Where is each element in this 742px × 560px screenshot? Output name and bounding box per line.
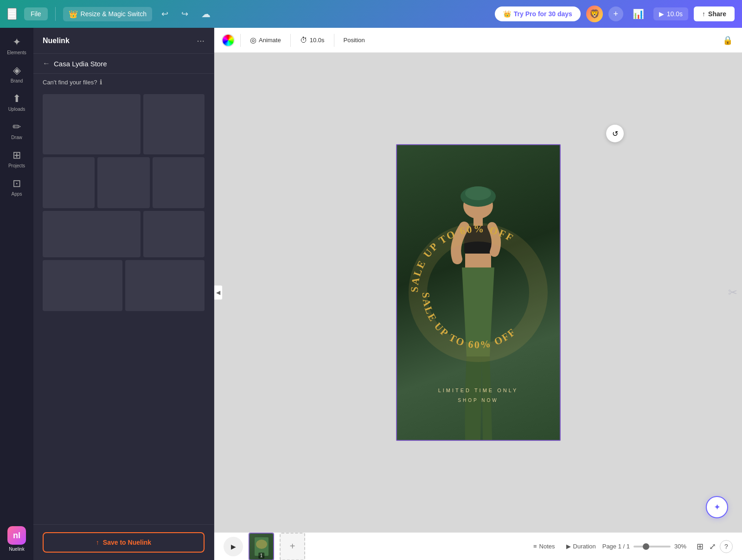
grid-cell[interactable] bbox=[153, 157, 205, 208]
lock-button[interactable]: 🔒 bbox=[721, 33, 735, 47]
save-label: Save to Nuelink bbox=[103, 539, 151, 546]
magic-switch-button[interactable]: 👑 Resize & Magic Switch bbox=[63, 7, 152, 21]
panel-back-row: ← Casa Lydia Store bbox=[33, 54, 214, 74]
duration-tool-label: Duration bbox=[573, 543, 596, 550]
uploads-label: Uploads bbox=[8, 107, 26, 112]
file-button[interactable]: File bbox=[24, 7, 48, 20]
hide-panel-button[interactable]: ◀ bbox=[214, 285, 223, 300]
store-name: Casa Lydia Store bbox=[54, 60, 107, 68]
grid-row-1 bbox=[43, 94, 205, 154]
save-icon: ↑ bbox=[96, 539, 99, 546]
thumbnail-strip: ▶ 1 + bbox=[224, 533, 521, 560]
grid-cell[interactable] bbox=[43, 211, 141, 257]
save-to-nuelink-button[interactable]: ↑ Save to Nuelink bbox=[43, 532, 205, 553]
redo-button[interactable]: ↪ bbox=[178, 7, 192, 21]
grid-cell[interactable] bbox=[97, 157, 149, 208]
try-pro-label: Try Pro for 30 days bbox=[514, 10, 572, 18]
sidebar-item-brand[interactable]: ◈ Brand bbox=[0, 60, 33, 88]
grid-view-button[interactable]: ⊞ bbox=[695, 540, 705, 554]
toolbar-separator bbox=[290, 34, 291, 47]
page-info: Page 1 / 1 30% bbox=[602, 543, 693, 550]
draw-icon: ✏ bbox=[13, 121, 21, 133]
shop-now-text: SHOP NOW bbox=[397, 398, 560, 403]
back-button[interactable]: ← bbox=[43, 59, 50, 68]
info-icon[interactable]: ℹ bbox=[100, 78, 102, 86]
sidebar-item-nuelink[interactable]: nl Nuelink bbox=[0, 522, 33, 556]
top-navbar: ☰ File 👑 Resize & Magic Switch ↩ ↪ ☁ 👑 T… bbox=[0, 0, 742, 28]
play-timer-button[interactable]: ▶ 10.0s bbox=[653, 7, 688, 20]
notes-label: Notes bbox=[539, 543, 555, 550]
undo-button[interactable]: ↩ bbox=[158, 7, 172, 21]
canvas-toolbar: ◎ Animate ⏱ 10.0s Position 🔒 bbox=[214, 28, 742, 53]
analytics-button[interactable]: 📊 bbox=[629, 6, 648, 21]
image-grid bbox=[33, 90, 214, 524]
duration-button[interactable]: ⏱ 10.0s bbox=[296, 34, 328, 47]
sidebar-item-elements[interactable]: ✦ Elements bbox=[0, 32, 33, 60]
grid-cell[interactable] bbox=[43, 157, 95, 208]
cloud-save-button[interactable]: ☁ bbox=[198, 6, 214, 21]
avatar[interactable]: 🦁 bbox=[586, 6, 603, 22]
canvas-area: ◎ Animate ⏱ 10.0s Position 🔒 ◀ bbox=[214, 28, 742, 560]
sidebar-item-projects[interactable]: ⊞ Projects bbox=[0, 145, 33, 173]
menu-icon[interactable]: ☰ bbox=[7, 8, 17, 20]
try-pro-crown-icon: 👑 bbox=[503, 10, 511, 18]
page-thumbnail-1[interactable]: 1 bbox=[249, 533, 274, 560]
animate-button[interactable]: ◎ Animate bbox=[246, 33, 285, 47]
notes-button[interactable]: ≡ Notes bbox=[529, 541, 560, 552]
elements-icon: ✦ bbox=[13, 36, 21, 48]
animate-label: Animate bbox=[259, 37, 281, 44]
duration-label: 10.0s bbox=[310, 37, 325, 44]
panel-header: Nuelink ··· bbox=[33, 28, 214, 54]
sidebar-item-apps[interactable]: ⊡ Apps bbox=[0, 173, 33, 201]
grid-cell[interactable] bbox=[143, 211, 205, 257]
expand-button[interactable]: ⤢ bbox=[707, 540, 718, 554]
grid-cell[interactable] bbox=[125, 260, 205, 311]
timer-label: 10.0s bbox=[667, 10, 683, 18]
sidebar-item-uploads[interactable]: ⬆ Uploads bbox=[0, 88, 33, 116]
projects-label: Projects bbox=[8, 163, 25, 168]
svg-point-2 bbox=[465, 186, 491, 200]
cant-find-row: Can't find your files? ℹ bbox=[33, 74, 214, 90]
duration-tool-button[interactable]: ▶ Duration bbox=[562, 541, 601, 552]
apps-icon: ⊡ bbox=[13, 178, 21, 190]
magic-wand-button[interactable]: ✦ bbox=[706, 496, 728, 518]
panel-more-button[interactable]: ··· bbox=[197, 35, 205, 46]
panel-title: Nuelink bbox=[43, 37, 70, 45]
share-button[interactable]: ↑ Share bbox=[694, 6, 735, 21]
elements-label: Elements bbox=[7, 50, 26, 55]
refresh-button[interactable]: ↺ bbox=[606, 125, 624, 142]
position-button[interactable]: Position bbox=[340, 34, 369, 46]
grid-row-2 bbox=[43, 157, 205, 208]
grid-cell[interactable] bbox=[43, 260, 122, 311]
grid-row-3 bbox=[43, 211, 205, 257]
sidebar: ✦ Elements ◈ Brand ⬆ Uploads ✏ Draw ⊞ Pr… bbox=[0, 28, 33, 560]
design-canvas[interactable]: SALE UP TO 60% OFF SALE UP TO 60% OFF LI… bbox=[396, 144, 561, 441]
clock-icon: ⏱ bbox=[300, 36, 307, 45]
draw-label: Draw bbox=[11, 135, 22, 140]
bottom-tools: ≡ Notes ▶ Duration Page 1 / 1 30% ⊞ ⤢ ? bbox=[529, 540, 733, 554]
brand-label: Brand bbox=[11, 78, 23, 83]
animate-icon: ◎ bbox=[250, 36, 256, 45]
color-picker[interactable] bbox=[222, 34, 235, 47]
play-button[interactable]: ▶ bbox=[224, 537, 243, 556]
save-button-wrapper: ↑ Save to Nuelink bbox=[33, 524, 214, 560]
page-label: Page 1 / 1 bbox=[602, 543, 630, 550]
add-page-button[interactable]: + bbox=[280, 533, 305, 560]
magic-switch-label: Resize & Magic Switch bbox=[81, 10, 147, 18]
try-pro-button[interactable]: 👑 Try Pro for 30 days bbox=[495, 6, 581, 21]
sidebar-item-draw[interactable]: ✏ Draw bbox=[0, 116, 33, 145]
grid-cell[interactable] bbox=[43, 94, 141, 154]
share-icon: ↑ bbox=[702, 10, 705, 18]
brand-icon: ◈ bbox=[13, 64, 21, 76]
page-slider[interactable] bbox=[633, 546, 671, 547]
grid-row-4 bbox=[43, 260, 205, 311]
share-label: Share bbox=[708, 10, 726, 18]
help-button[interactable]: ? bbox=[720, 540, 733, 553]
play-icon: ▶ bbox=[659, 10, 664, 18]
grid-cell[interactable] bbox=[143, 94, 205, 154]
toolbar-separator bbox=[240, 34, 241, 47]
nuelink-icon: nl bbox=[7, 526, 26, 545]
add-button[interactable]: + bbox=[608, 6, 623, 21]
limited-time-text: LIMITED TIME ONLY bbox=[397, 388, 560, 393]
uploads-icon: ⬆ bbox=[13, 93, 21, 105]
